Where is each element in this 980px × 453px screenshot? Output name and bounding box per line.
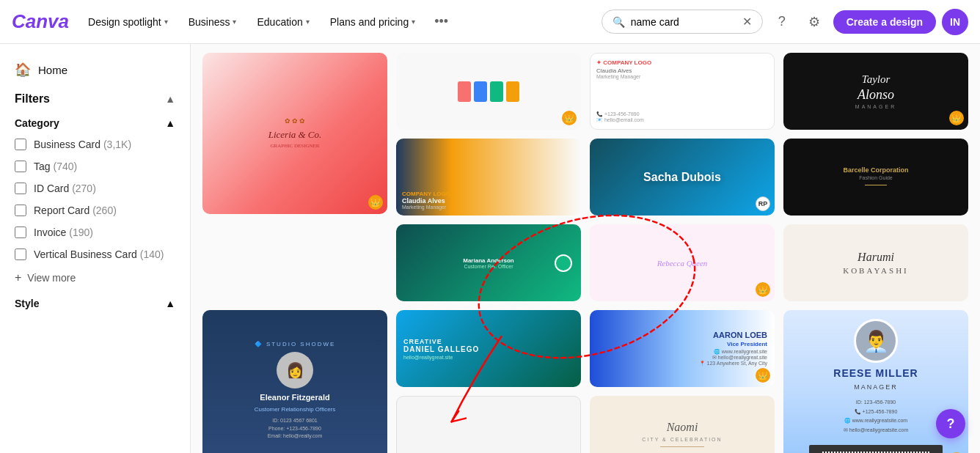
search-clear-button[interactable]: ✕	[742, 15, 752, 29]
template-card-rebecca[interactable]: Rebecca Queen 👑	[590, 224, 775, 301]
template-card-barcelle[interactable]: Barcelle Corporation Fashion Guide	[783, 139, 968, 216]
plus-icon: +	[15, 271, 21, 284]
template-card-sacha[interactable]: Sacha Dubois RP	[590, 139, 775, 216]
crown-badge: 👑	[368, 195, 383, 210]
sidebar: 🏠 Home Filters ▲ Category ▲ Business Car…	[0, 44, 191, 453]
rp-badge: RP	[756, 196, 770, 211]
filters-header: Filters ▲	[0, 84, 190, 110]
chevron-down-icon: ▾	[306, 18, 310, 26]
chevron-down-icon: ▾	[233, 18, 236, 26]
search-input[interactable]	[631, 16, 736, 28]
filter-checkbox-id-card[interactable]	[15, 183, 26, 194]
col2-stack: 👑 COMPANY LOGO Claudia Alves Marketing M…	[396, 53, 581, 216]
nav-education[interactable]: Education ▾	[249, 12, 316, 32]
template-card-claudia-top[interactable]: ✦ COMPANY LOGO Claudia Alves Marketing M…	[590, 53, 775, 130]
filter-checkbox-business-card[interactable]	[15, 139, 26, 150]
create-design-button[interactable]: Create a design	[833, 10, 936, 34]
filter-checkbox-tag[interactable]	[15, 161, 26, 172]
template-card-mariana[interactable]: Mariana Anderson Customer Rel. Officer	[396, 224, 581, 301]
chevron-down-icon: ▾	[164, 18, 168, 26]
canva-logo[interactable]: Canva	[12, 10, 69, 33]
template-card-daniel[interactable]: Creative DANIEL GALLEGO hello@reallygrea…	[396, 310, 581, 387]
filter-id-card[interactable]: ID Card (270)	[0, 177, 190, 199]
main-layout: 🏠 Home Filters ▲ Category ▲ Business Car…	[0, 44, 980, 453]
filter-vertical-business-card[interactable]: Vertical Business Card (140)	[0, 243, 190, 265]
col4-stack: Taylor Alonso MANAGER 👑 Barcelle Corpora…	[783, 53, 968, 216]
template-card-blank1[interactable]	[396, 396, 581, 453]
sidebar-home[interactable]: 🏠 Home	[0, 56, 190, 84]
home-icon: 🏠	[15, 62, 31, 78]
filter-report-card[interactable]: Report Card (260)	[0, 199, 190, 221]
col3-stack: ✦ COMPANY LOGO Claudia Alves Marketing M…	[590, 53, 775, 216]
filter-business-card[interactable]: Business Card (3,1K)	[0, 133, 190, 155]
view-more-button[interactable]: + View more	[0, 265, 190, 290]
template-card-eleanor[interactable]: 🔷 STUDIO SHODWE 👩 Eleanor Fitzgerald Cus…	[202, 310, 387, 453]
crown-badge: 👑	[756, 282, 770, 297]
crown-badge: 👑	[756, 368, 770, 383]
template-grid: ✿ ✿ ✿ Liceria & Co. GRAPHIC DESIGNER 👑	[202, 53, 968, 453]
template-card-taylor[interactable]: Taylor Alonso MANAGER 👑	[783, 53, 968, 130]
chevron-down-icon: ▾	[412, 18, 415, 26]
help-float-button[interactable]: ?	[936, 409, 965, 438]
template-card-harumi[interactable]: Harumi KOBAYASHI	[783, 224, 968, 301]
template-card-aaron[interactable]: AARON LOEB Vice President 🌐 www.reallygr…	[590, 310, 775, 387]
filter-checkbox-vertical-business-card[interactable]	[15, 248, 26, 260]
template-card-claudia-nav[interactable]: COMPANY LOGO Claudia Alves Marketing Man…	[396, 139, 581, 216]
topnav: Canva Design spotlight ▾ Business ▾ Educ…	[0, 0, 980, 44]
nav-design-spotlight[interactable]: Design spotlight ▾	[81, 12, 175, 32]
filters-collapse-icon[interactable]: ▲	[165, 93, 175, 105]
category-section[interactable]: Category ▲	[0, 110, 190, 133]
settings-button[interactable]: ⚙	[801, 9, 827, 35]
crown-badge: 👑	[562, 111, 577, 125]
nav-plans-pricing[interactable]: Plans and pricing ▾	[323, 12, 423, 32]
style-chevron-icon: ▲	[165, 298, 175, 309]
filter-invoice[interactable]: Invoice (190)	[0, 221, 190, 243]
search-icon: 🔍	[612, 16, 625, 28]
content-area: ✿ ✿ ✿ Liceria & Co. GRAPHIC DESIGNER 👑	[191, 44, 980, 453]
search-bar: 🔍 ✕	[601, 10, 763, 34]
filter-checkbox-report-card[interactable]	[15, 205, 26, 216]
template-card-naomi[interactable]: Naomi City & Celebration	[590, 396, 775, 453]
crown-badge: 👑	[949, 111, 964, 125]
filter-tag[interactable]: Tag (740)	[0, 155, 190, 177]
help-button[interactable]: ?	[769, 9, 795, 35]
nav-business[interactable]: Business ▾	[181, 12, 244, 32]
style-section[interactable]: Style ▲	[0, 290, 190, 314]
template-card-liceria[interactable]: ✿ ✿ ✿ Liceria & Co. GRAPHIC DESIGNER 👑	[202, 53, 387, 214]
category-chevron-icon: ▲	[165, 117, 175, 129]
template-card-colorful[interactable]: 👑	[396, 53, 581, 130]
avatar[interactable]: IN	[942, 9, 968, 35]
nav-more-button[interactable]: •••	[428, 10, 454, 34]
filter-checkbox-invoice[interactable]	[15, 226, 26, 238]
cards-container: ✿ ✿ ✿ Liceria & Co. GRAPHIC DESIGNER 👑	[202, 53, 968, 453]
